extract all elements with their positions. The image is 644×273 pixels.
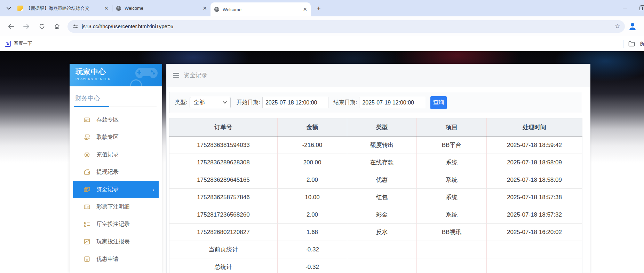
sidebar-item-recharge-record[interactable]: 充值记录 <box>73 146 159 163</box>
sidebar-item-deposit[interactable]: 存款专区 <box>73 111 159 128</box>
tab-welcome-2-active[interactable]: Welcome ✕ <box>210 2 311 16</box>
type-select[interactable]: 全部 <box>190 97 231 108</box>
table-cell: 额度转出 <box>347 136 417 154</box>
table-cell <box>347 258 417 273</box>
sidebar-item-label: 资金记录 <box>96 186 119 193</box>
window-controls <box>623 0 644 16</box>
start-date-input[interactable] <box>262 97 328 108</box>
section-title: 财务中心 <box>75 94 157 102</box>
sidebar-header: 玩家中心 PLAYERS CENTER <box>70 64 162 86</box>
table-cell: 1.68 <box>278 224 347 241</box>
close-icon[interactable]: ✕ <box>101 5 109 11</box>
url-text[interactable]: js13.cc/hhcp/usercenter.html?iniType=6 <box>82 23 615 29</box>
start-date-label: 开始日期: <box>236 99 260 106</box>
table-cell: 彩金 <box>347 206 417 224</box>
sidebar-item-label: 提现记录 <box>96 169 119 176</box>
lottery-list-icon <box>84 203 90 210</box>
browser-toolbar: js13.cc/hhcp/usercenter.html?iniType=6 ☆ <box>0 16 644 36</box>
forum-favicon-icon <box>17 6 23 11</box>
table-cell <box>417 241 487 258</box>
summary-label: 总统计 <box>169 258 278 273</box>
table-cell: 10.00 <box>278 189 347 206</box>
table-cell: 2.00 <box>278 206 347 224</box>
summary-label: 当前页统计 <box>169 241 278 258</box>
table-cell: BB视讯 <box>417 224 487 241</box>
table-cell: 2025-07-18 18:58:09 <box>487 171 582 189</box>
sidebar-item-player-report[interactable]: 玩家投注报表 <box>73 233 159 250</box>
hamburger-icon[interactable] <box>173 73 179 78</box>
sidebar-menu: 存款专区 取款专区 充值记录 提现记录 <box>70 111 162 268</box>
back-icon[interactable] <box>5 21 17 32</box>
tab-search-chevron-icon[interactable] <box>3 3 14 14</box>
table-row: 1752836258757846 10.00 红包 系统 2025-07-18 … <box>169 189 582 206</box>
table-row: 1752826802120827 1.68 反水 BB视讯 2025-07-18… <box>169 224 582 241</box>
table-cell: 1752826802120827 <box>169 224 278 241</box>
browser-tabstrip: 【新提醒】海燕策略论坛综合交 ✕ Welcome ✕ Welcome ✕ + <box>0 0 644 16</box>
chevron-right-icon: › <box>152 187 154 193</box>
address-bar[interactable]: js13.cc/hhcp/usercenter.html?iniType=6 ☆ <box>67 20 625 33</box>
recharge-bag-icon <box>84 151 90 158</box>
site-info-icon[interactable] <box>72 23 78 29</box>
table-cell: 系统 <box>417 206 487 224</box>
table-cell: 1752836381594033 <box>169 136 278 154</box>
funds-record-table: 订单号 金额 类型 项目 处理时间 1752836381594033 -216.… <box>169 118 582 273</box>
minimize-icon[interactable] <box>623 8 627 9</box>
search-button[interactable]: 查询 <box>430 96 447 109</box>
promo-envelope-icon <box>84 256 90 263</box>
tab-title: Welcome <box>223 7 241 12</box>
table-cell: 系统 <box>417 171 487 189</box>
restore-icon[interactable] <box>639 7 643 10</box>
sidebar-item-withdrawal-record[interactable]: 提现记录 <box>73 163 159 181</box>
sidebar-item-label: 厅室投注记录 <box>96 221 130 228</box>
new-tab-icon[interactable]: + <box>313 3 324 14</box>
table-cell: 2025-07-18 18:57:32 <box>487 206 582 224</box>
sidebar-item-funds-record[interactable]: 资金记录 › <box>73 181 159 198</box>
sidebar-item-hall-bet-record[interactable]: 厅室投注记录 <box>73 216 159 233</box>
baidu-favicon-icon <box>5 41 11 47</box>
sidebar-item-lottery-detail[interactable]: 彩票下注明细 <box>73 198 159 216</box>
table-row: 1752836289645165 2.00 优惠 系统 2025-07-18 1… <box>169 171 582 189</box>
close-icon[interactable]: ✕ <box>300 6 307 13</box>
table-cell <box>487 241 582 258</box>
tab-forum[interactable]: 【新提醒】海燕策略论坛综合交 ✕ <box>14 0 112 16</box>
table-cell: 1752836289628308 <box>169 154 278 171</box>
bookmarks-bar: 百度一下 所 <box>0 36 644 51</box>
tab-welcome-1[interactable]: Welcome ✕ <box>112 0 210 16</box>
sidebar-item-promo-apply[interactable]: 优惠申请 <box>73 250 159 268</box>
filter-bar: 类型: 全部 开始日期: 结束日期: 查询 <box>169 92 581 113</box>
end-date-label: 结束日期: <box>333 99 357 106</box>
folder-icon[interactable] <box>628 41 635 47</box>
tab-title: Welcome <box>125 6 143 11</box>
reload-icon[interactable] <box>36 21 48 32</box>
summary-amount: -0.32 <box>278 258 347 273</box>
home-icon[interactable] <box>51 21 63 32</box>
col-header-type: 类型 <box>347 118 417 136</box>
forward-icon[interactable] <box>21 21 32 32</box>
type-label: 类型: <box>175 99 187 106</box>
col-header-time: 处理时间 <box>487 118 582 136</box>
all-bookmarks-label[interactable]: 所 <box>640 41 644 47</box>
sidebar-section: 财务中心 <box>70 86 162 107</box>
bookmark-label: 百度一下 <box>14 40 32 47</box>
background-shape <box>0 235 65 273</box>
wallet-icon <box>84 169 90 176</box>
table-cell: 2025-07-18 18:57:38 <box>487 189 582 206</box>
tab-title: 【新提醒】海燕策略论坛综合交 <box>26 5 89 11</box>
table-cell: 200.00 <box>278 154 347 171</box>
sidebar: 玩家中心 PLAYERS CENTER 财务中心 存款专区 取款专区 <box>70 64 162 273</box>
sidebar-item-label: 存款专区 <box>96 116 119 124</box>
end-date-input[interactable] <box>359 97 425 108</box>
type-select-value: 全部 <box>193 99 205 106</box>
bookmark-star-icon[interactable]: ☆ <box>615 23 620 30</box>
col-header-order-no: 订单号 <box>169 118 278 136</box>
bookmark-baidu[interactable]: 百度一下 <box>5 40 32 47</box>
table-cell: 2025-07-18 16:20:02 <box>487 224 582 241</box>
sidebar-item-withdraw[interactable]: 取款专区 <box>73 128 159 146</box>
page-title: 资金记录 <box>184 71 207 79</box>
globe-favicon-icon <box>214 7 220 12</box>
profile-icon[interactable] <box>629 22 638 31</box>
close-icon[interactable]: ✕ <box>200 5 207 11</box>
table-cell <box>417 258 487 273</box>
table-cell: 1752817236568260 <box>169 206 278 224</box>
table-cell: 系统 <box>417 189 487 206</box>
